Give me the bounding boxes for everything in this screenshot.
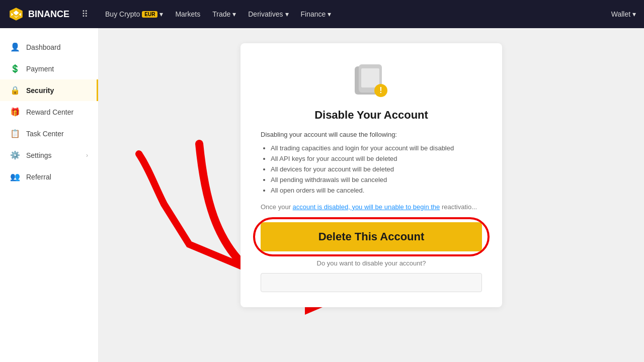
list-item: All API keys for your account will be de… (271, 155, 482, 162)
apps-grid-icon[interactable]: ⠿ (82, 9, 88, 20)
shield-icon: 🔒 (10, 85, 20, 95)
task-icon: 📋 (10, 129, 20, 138)
main-content: ! Disable Your Account Disabling your ac… (99, 28, 644, 362)
list-item: All open orders will be canceled. (271, 187, 482, 194)
svg-rect-10 (361, 68, 379, 87)
payment-icon: 💲 (10, 64, 20, 73)
list-item: All pending withdrawals will be canceled (271, 176, 482, 184)
sidebar-item-settings[interactable]: ⚙️ Settings › (0, 144, 98, 166)
eur-badge: EUR (142, 11, 157, 18)
sidebar: 👤 Dashboard 💲 Payment 🔒 Security 🎁 Rewar… (0, 28, 99, 362)
wallet-button[interactable]: Wallet ▾ (611, 10, 636, 18)
logo-text: BINANCE (28, 9, 69, 20)
sidebar-item-task-center[interactable]: 📋 Task Center (0, 123, 98, 144)
sidebar-item-payment[interactable]: 💲 Payment (0, 58, 98, 79)
nav-finance[interactable]: Finance ▾ (296, 6, 337, 22)
top-navigation: BINANCE ⠿ Buy Crypto EUR ▾ Markets Trade… (0, 0, 644, 28)
sidebar-item-security[interactable]: 🔒 Security (0, 79, 98, 101)
referral-icon: 👥 (10, 172, 20, 182)
list-item: All trading capacities and login for you… (271, 144, 482, 152)
person-icon: 👤 (10, 42, 20, 52)
nav-right: Wallet ▾ (611, 10, 636, 18)
nav-derivatives[interactable]: Derivatives ▾ (243, 6, 293, 22)
consequences-list: All trading capacities and login for you… (261, 144, 482, 194)
card-subtitle: Disabling your account will cause the fo… (261, 131, 482, 138)
chevron-right-icon: › (86, 152, 88, 159)
nav-menu: Buy Crypto EUR ▾ Markets Trade ▾ Derivat… (100, 6, 599, 22)
account-link[interactable]: account is disabled, you will be unable … (293, 203, 440, 211)
nav-markets[interactable]: Markets (170, 6, 205, 22)
sidebar-item-reward-center[interactable]: 🎁 Reward Center (0, 101, 98, 123)
sidebar-item-dashboard[interactable]: 👤 Dashboard (0, 36, 98, 58)
card-question: Do you want to disable your account? (261, 259, 482, 267)
account-input[interactable] (261, 273, 482, 292)
sidebar-item-referral[interactable]: 👥 Referral (0, 166, 98, 188)
disable-account-card: ! Disable Your Account Disabling your ac… (240, 43, 502, 307)
card-icon-area: ! (261, 63, 482, 99)
card-title: Disable Your Account (261, 109, 482, 122)
svg-text:!: ! (379, 86, 382, 95)
list-item: All devices for your account will be del… (271, 165, 482, 173)
account-warning-icon: ! (354, 63, 389, 99)
nav-buy-crypto[interactable]: Buy Crypto EUR ▾ (100, 6, 168, 22)
card-note: Once your account is disabled, you will … (261, 202, 482, 212)
settings-icon: ⚙️ (10, 150, 20, 160)
delete-button-wrap: Delete This Account (261, 222, 482, 251)
delete-account-button[interactable]: Delete This Account (261, 222, 482, 251)
main-layout: 👤 Dashboard 💲 Payment 🔒 Security 🎁 Rewar… (0, 28, 644, 362)
gift-icon: 🎁 (10, 107, 20, 117)
nav-trade[interactable]: Trade ▾ (207, 6, 241, 22)
logo[interactable]: BINANCE (8, 6, 69, 22)
